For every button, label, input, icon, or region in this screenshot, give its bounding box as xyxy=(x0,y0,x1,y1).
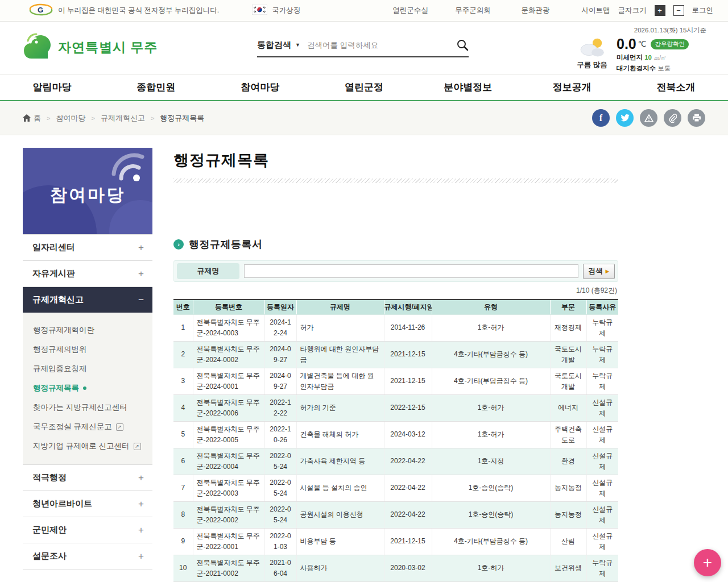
regulation-name-cell[interactable]: 건축물 해체의 허가 xyxy=(296,421,384,448)
rainfall-check-badge[interactable]: 강우량확인 xyxy=(651,39,689,49)
topbar-link-culture-tourism[interactable]: 문화관광 xyxy=(504,0,567,21)
nav-item-participation[interactable]: 참여마당 xyxy=(208,74,312,100)
sidebar-item-label: 청년아르바이트 xyxy=(32,498,92,509)
login-link[interactable]: 로그인 xyxy=(692,6,714,15)
table-cell: 2022-04-22 xyxy=(384,501,432,528)
sidebar-item-label: 자유게시판 xyxy=(32,268,75,279)
nav-item-jeonbuk-intro[interactable]: 전북소개 xyxy=(624,74,728,100)
search-input[interactable] xyxy=(307,41,449,49)
site-logo[interactable]: 자연특별시 무주 xyxy=(23,32,158,62)
breadcrumb-item-participation[interactable]: 참여마당 xyxy=(56,113,85,123)
sidebar-item-active-admin[interactable]: 적극행정 + xyxy=(23,465,152,491)
breadcrumb-home[interactable]: 홈 xyxy=(23,113,41,123)
caret-down-icon: ▼ xyxy=(295,42,300,48)
table-cell: 누락규제 xyxy=(586,368,618,394)
table-cell: 전북특별자치도 무주군-2024-0002 xyxy=(193,341,264,368)
table-cell: 1호-허가 xyxy=(432,555,550,581)
expand-icon: + xyxy=(138,472,144,484)
search-submit-button[interactable]: 검색 ▶ xyxy=(583,264,615,279)
breadcrumb-item-regulation-reform[interactable]: 규제개혁신고 xyxy=(101,113,145,123)
regulation-search-bar: 규제명 검색 ▶ xyxy=(173,260,618,282)
copy-link-icon[interactable] xyxy=(664,109,681,127)
submenu-item-proof-request[interactable]: 규제입증요청제 xyxy=(23,359,152,379)
sidebar-item-regulation-reform[interactable]: 규제개혁신고 − xyxy=(23,287,152,313)
national-symbol-link[interactable]: 국가상징 xyxy=(227,0,325,21)
regulation-name-cell[interactable]: 개별건축물 등에 대한 원인자부담금 xyxy=(296,368,384,394)
regulation-name-cell[interactable]: 사용허가 xyxy=(296,555,384,581)
table-cell: 신설규제 xyxy=(586,448,618,475)
nav-item-open-admin[interactable]: 열린군정 xyxy=(312,74,416,100)
sitemap-link[interactable]: 사이트맵 xyxy=(582,6,610,15)
table-row: 6전북특별자치도 무주군-2022-00042022-05-24가축사육 제한지… xyxy=(173,448,618,475)
weather-datetime: 2026.01.13(화) 15시기준 xyxy=(574,26,706,35)
submenu-item-visiting-center[interactable]: 찾아가는 지방규제신고센터 xyxy=(23,398,152,417)
page-title: 행정규제목록 xyxy=(173,150,618,171)
quick-menu-fab[interactable]: + xyxy=(694,549,721,576)
search-button[interactable] xyxy=(456,39,469,51)
site-header: 자연특별시 무주 통합검색 ▼ 2026.01.13(화) 15시기준 xyxy=(0,22,728,74)
table-cell: 2022-04-22 xyxy=(384,448,432,475)
nav-item-civil-service[interactable]: 종합민원 xyxy=(104,74,208,100)
table-cell: 누락규제 xyxy=(586,314,618,341)
svg-text:G: G xyxy=(38,6,43,14)
facebook-share-icon[interactable]: f xyxy=(592,109,610,127)
topbar-tools: 사이트맵 글자크기 + − 로그인 xyxy=(567,0,728,21)
table-cell: 2021-12-15 xyxy=(384,341,432,368)
nav-item-info-disclosure[interactable]: 정보공개 xyxy=(520,74,624,100)
col-header-reg-number: 등록번호 xyxy=(193,300,264,314)
twitter-share-icon[interactable] xyxy=(616,109,634,127)
print-icon[interactable] xyxy=(688,109,705,127)
submenu-item-gov-sinmungo[interactable]: 국무조정실 규제신문고 ↗ xyxy=(23,417,152,436)
table-cell: 3 xyxy=(173,368,193,394)
col-header-reg-name: 규제명 xyxy=(296,300,384,314)
sidebar-item-youth-parttime[interactable]: 청년아르바이트 + xyxy=(23,491,152,517)
sidebar-item-label: 규제개혁신고 xyxy=(32,294,84,305)
table-cell: 2020-03-02 xyxy=(384,555,432,581)
regulation-name-cell[interactable]: 가축사육 제한지역 등 xyxy=(296,448,384,475)
sidebar: 참여마당 일자리센터 + 자유게시판 + 규제개혁신고 − 행정규제개혁이란 행… xyxy=(23,148,152,569)
table-cell: 전북특별자치도 무주군-2022-0004 xyxy=(193,448,264,475)
breadcrumb-separator-icon: > xyxy=(151,115,154,122)
search-scope-select[interactable]: 통합검색 ▼ xyxy=(257,40,300,51)
main-nav: 알림마당 종합민원 참여마당 열린군정 분야별정보 정보공개 전북소개 xyxy=(0,74,728,101)
sidebar-item-free-board[interactable]: 자유게시판 + xyxy=(23,261,152,287)
regulation-name-input[interactable] xyxy=(244,264,578,278)
nav-item-notice[interactable]: 알림마당 xyxy=(0,74,104,100)
table-cell: 전북특별자치도 무주군-2024-0003 xyxy=(193,314,264,341)
breadcrumb-item-current: 행정규제목록 xyxy=(160,113,204,123)
sidebar-item-survey[interactable]: 설문조사 + xyxy=(23,543,152,569)
sidebar-item-citizen-proposal[interactable]: 군민제안 + xyxy=(23,517,152,543)
regulation-name-cell[interactable]: 허가 xyxy=(296,314,384,341)
table-cell: 국토도시개발 xyxy=(550,341,586,368)
regulation-name-cell[interactable]: 공원시설의 이용신청 xyxy=(296,501,384,528)
section-header: › 행정규제등록서 xyxy=(173,238,618,251)
table-cell: 2022-12-15 xyxy=(384,394,432,421)
regulation-name-cell[interactable]: 비용부담 등 xyxy=(296,528,384,555)
topbar-link-county-council[interactable]: 무주군의회 xyxy=(442,0,504,21)
page-content: 참여마당 일자리센터 + 자유게시판 + 규제개혁신고 − 행정규제개혁이란 행… xyxy=(0,135,728,582)
font-increase-button[interactable]: + xyxy=(655,5,665,16)
table-cell: 4호-기타(부담금징수 등) xyxy=(432,528,550,555)
table-cell: 전북특별자치도 무주군-2022-0006 xyxy=(193,394,264,421)
breadcrumb: 홈 > 참여마당 > 규제개혁신고 > 행정규제목록 xyxy=(23,113,204,123)
expand-icon: + xyxy=(138,268,144,280)
submenu-item-local-biz-center[interactable]: 지방기업 규제애로 신고센터 ↗ xyxy=(23,436,152,456)
table-cell: 2024-09-27 xyxy=(264,341,296,368)
report-icon[interactable] xyxy=(640,109,657,127)
regulation-name-cell[interactable]: 타행위에 대한 원인자부담금 xyxy=(296,341,384,368)
sidebar-item-job-center[interactable]: 일자리센터 + xyxy=(23,235,152,261)
col-header-effective-date: 규제시행/폐지일 xyxy=(384,300,432,314)
submenu-item-regulation-list[interactable]: 행정규제목록 xyxy=(23,379,152,398)
topbar-link-open-mayor[interactable]: 열린군수실 xyxy=(379,0,442,21)
breadcrumb-bar: 홈 > 참여마당 > 규제개혁신고 > 행정규제목록 f xyxy=(0,101,728,135)
font-decrease-button[interactable]: − xyxy=(673,5,684,16)
submenu-item-what-is-reform[interactable]: 행정규제개혁이란 xyxy=(23,321,152,340)
table-cell: 1호-허가 xyxy=(432,314,550,341)
table-row: 8전북특별자치도 무주군-2022-00022022-05-24공원시설의 이용… xyxy=(173,501,618,528)
regulation-name-cell[interactable]: 시설물 등 설치의 승인 xyxy=(296,475,384,501)
submenu-item-regulation-scope[interactable]: 행정규제의범위 xyxy=(23,340,152,359)
search-scope-label: 통합검색 xyxy=(257,40,291,51)
font-size-label: 글자크기 xyxy=(618,6,647,15)
nav-item-field-info[interactable]: 분야별정보 xyxy=(416,74,520,100)
regulation-name-cell[interactable]: 허가의 기준 xyxy=(296,394,384,421)
